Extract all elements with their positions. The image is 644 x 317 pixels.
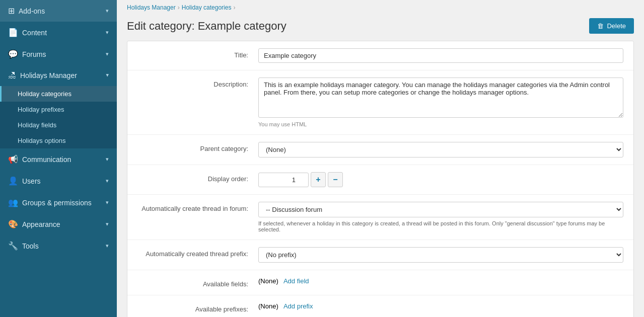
parent-category-row: Parent category: (None) xyxy=(127,135,633,165)
add-field-link[interactable]: Add field xyxy=(283,277,309,285)
breadcrumb-holiday-categories[interactable]: Holiday categories xyxy=(182,4,232,11)
holidays-manager-icon: 🏖 xyxy=(8,71,16,80)
sidebar-item-label: Appearance xyxy=(22,220,60,228)
auto-thread-row: Automatically create thread in forum: --… xyxy=(127,195,633,240)
sidebar-item-label: Content xyxy=(22,29,47,37)
display-order-input[interactable] xyxy=(258,173,309,187)
sidebar: ⊞ Add-ons ▾ 📄 Content ▾ 💬 Forums ▾ 🏖 Hol… xyxy=(0,0,117,317)
thread-prefix-control: (No prefix) xyxy=(258,247,623,263)
forums-icon: 💬 xyxy=(8,49,18,59)
sidebar-item-label: Communication xyxy=(22,155,71,164)
sidebar-item-label: Tools xyxy=(22,242,39,250)
number-stepper: + − xyxy=(258,172,623,187)
title-row: Title: xyxy=(127,41,633,70)
available-prefixes-row: Available prefixes: (None) Add prefix xyxy=(127,295,633,317)
chevron-down-icon: ▾ xyxy=(106,221,109,227)
available-fields-label: Available fields: xyxy=(137,277,258,288)
chevron-down-icon: ▾ xyxy=(106,243,109,249)
breadcrumb: Holidays Manager › Holiday categories › xyxy=(117,0,644,15)
sidebar-item-appearance[interactable]: 🎨 Appearance ▾ xyxy=(0,213,117,235)
description-control: You may use HTML xyxy=(258,77,623,127)
sidebar-item-label: Holidays Manager xyxy=(20,71,77,80)
thread-prefix-label: Automatically created thread prefix: xyxy=(137,247,258,258)
sidebar-item-holiday-categories[interactable]: Holiday categories xyxy=(0,86,117,102)
auto-thread-control: -- Discussion forum If selected, wheneve… xyxy=(258,202,623,232)
sidebar-item-label: Users xyxy=(22,177,41,185)
sidebar-item-groups-permissions[interactable]: 👥 Groups & permissions ▾ xyxy=(0,192,117,213)
sidebar-item-content[interactable]: 📄 Content ▾ xyxy=(0,22,117,43)
sidebar-item-label: Forums xyxy=(22,50,46,58)
add-ons-icon: ⊞ xyxy=(8,6,15,16)
delete-button[interactable]: 🗑 Delete xyxy=(589,18,634,34)
display-order-label: Display order: xyxy=(137,172,258,183)
available-fields-row: Available fields: (None) Add field xyxy=(127,270,633,295)
parent-category-select[interactable]: (None) xyxy=(258,142,623,157)
sidebar-item-communication[interactable]: 📢 Communication ▾ xyxy=(0,148,117,170)
stepper-plus-button[interactable]: + xyxy=(311,172,326,187)
available-fields-control: (None) Add field xyxy=(258,277,623,285)
chevron-down-icon: ▾ xyxy=(106,29,109,36)
sidebar-item-label: Add-ons xyxy=(19,7,45,15)
sidebar-item-holiday-prefixes[interactable]: Holiday prefixes xyxy=(0,102,117,117)
display-order-row: Display order: + − xyxy=(127,165,633,195)
add-prefix-link[interactable]: Add prefix xyxy=(283,302,313,310)
sidebar-item-tools[interactable]: 🔧 Tools ▾ xyxy=(0,235,117,257)
description-textarea[interactable] xyxy=(258,77,623,118)
parent-category-control: (None) xyxy=(258,142,623,157)
description-hint: You may use HTML xyxy=(258,121,623,127)
chevron-down-icon: ▾ xyxy=(106,199,109,206)
breadcrumb-sep-1: › xyxy=(178,4,180,11)
available-prefixes-label: Available prefixes: xyxy=(137,302,258,313)
auto-thread-hint: If selected, whenever a holiday in this … xyxy=(258,220,623,232)
page-title: Edit category: Example category xyxy=(127,20,287,33)
description-label: Description: xyxy=(137,77,258,88)
auto-thread-label: Automatically create thread in forum: xyxy=(137,202,258,212)
available-prefixes-control: (None) Add prefix xyxy=(258,302,623,310)
available-prefixes-none: (None) xyxy=(258,302,278,310)
stepper-minus-button[interactable]: − xyxy=(328,172,343,187)
tools-icon: 🔧 xyxy=(8,241,18,251)
sidebar-item-users[interactable]: 👤 Users ▾ xyxy=(0,170,117,192)
thread-prefix-select[interactable]: (No prefix) xyxy=(258,247,623,263)
title-control xyxy=(258,48,623,63)
thread-prefix-row: Automatically created thread prefix: (No… xyxy=(127,240,633,270)
chevron-down-icon: ▾ xyxy=(106,8,109,14)
chevron-down-icon: ▾ xyxy=(106,156,109,163)
chevron-up-icon: ▴ xyxy=(106,72,109,79)
main-content: Holidays Manager › Holiday categories › … xyxy=(117,0,644,317)
title-input[interactable] xyxy=(258,48,623,63)
page-header: Edit category: Example category 🗑 Delete xyxy=(117,15,644,41)
sidebar-item-add-ons[interactable]: ⊞ Add-ons ▾ xyxy=(0,0,117,22)
display-order-control: + − xyxy=(258,172,623,187)
chevron-down-icon: ▾ xyxy=(106,51,109,57)
chevron-down-icon: ▾ xyxy=(106,178,109,184)
groups-icon: 👥 xyxy=(8,198,18,207)
communication-icon: 📢 xyxy=(8,154,18,164)
holidays-manager-submenu: Holiday categories Holiday prefixes Holi… xyxy=(0,86,117,148)
description-row: Description: You may use HTML xyxy=(127,70,633,135)
breadcrumb-sep-2: › xyxy=(233,4,235,11)
available-fields-none: (None) xyxy=(258,277,278,285)
edit-form: Title: Description: You may use HTML Par… xyxy=(127,41,634,317)
auto-thread-select[interactable]: -- Discussion forum xyxy=(258,202,623,217)
sidebar-item-label: Groups & permissions xyxy=(22,199,92,207)
content-icon: 📄 xyxy=(8,28,18,37)
sidebar-item-holiday-fields[interactable]: Holiday fields xyxy=(0,117,117,133)
users-icon: 👤 xyxy=(8,176,18,186)
parent-category-label: Parent category: xyxy=(137,142,258,152)
sidebar-item-holidays-options[interactable]: Holidays options xyxy=(0,133,117,148)
title-label: Title: xyxy=(137,48,258,59)
trash-icon: 🗑 xyxy=(597,22,604,30)
sidebar-item-holidays-manager[interactable]: 🏖 Holidays Manager ▴ xyxy=(0,65,117,86)
appearance-icon: 🎨 xyxy=(8,219,18,229)
sidebar-item-forums[interactable]: 💬 Forums ▾ xyxy=(0,43,117,65)
breadcrumb-holidays-manager[interactable]: Holidays Manager xyxy=(127,4,176,11)
